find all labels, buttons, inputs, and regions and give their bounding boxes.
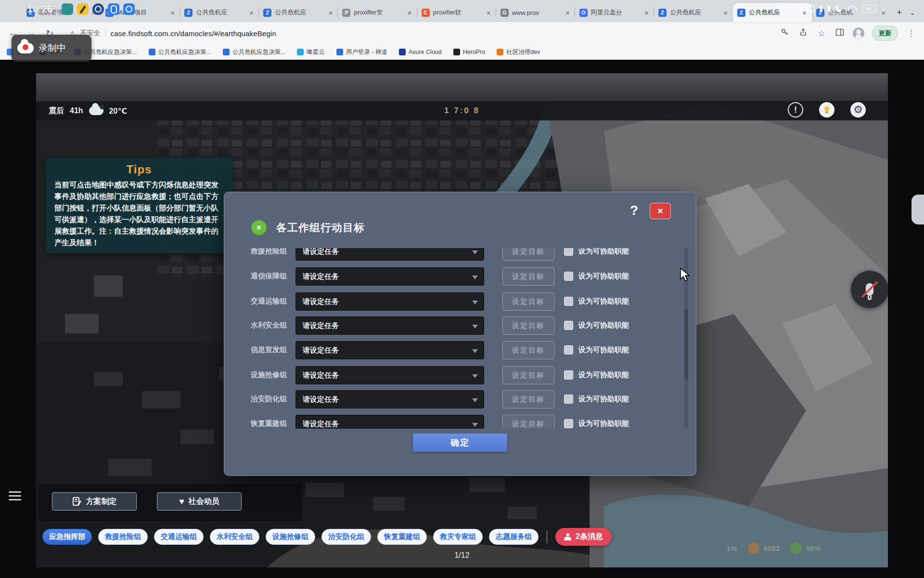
- profile-avatar[interactable]: [853, 27, 864, 39]
- tab-favicon: Z: [263, 9, 271, 17]
- department-pill[interactable]: 志愿服务组: [489, 529, 539, 545]
- tab-close-icon[interactable]: ×: [249, 9, 255, 17]
- department-pill[interactable]: 设施抢修组: [266, 529, 315, 545]
- set-target-button[interactable]: 设定目标: [502, 316, 554, 335]
- set-target-button[interactable]: 设定目标: [502, 267, 554, 286]
- new-tab-button[interactable]: +: [897, 7, 902, 18]
- tab-close-icon[interactable]: ×: [486, 9, 492, 17]
- browser-tab[interactable]: Z 公共危机应 ×: [259, 3, 338, 22]
- task-select[interactable]: 请设定任务: [295, 390, 484, 408]
- department-pill[interactable]: 救援抢险组: [98, 529, 148, 545]
- tab-close-icon[interactable]: ×: [407, 9, 413, 17]
- tab-close-icon[interactable]: ×: [722, 9, 729, 17]
- set-target-button[interactable]: 设定目标: [502, 390, 554, 408]
- tab-close-icon[interactable]: ×: [643, 9, 650, 17]
- bookmark-item[interactable]: 喰星云: [297, 48, 325, 56]
- assist-checkbox[interactable]: [564, 272, 573, 281]
- task-select[interactable]: 请设定任务: [295, 267, 484, 286]
- mobilize-button[interactable]: ♥ 社会动员: [157, 492, 242, 511]
- department-pill[interactable]: 交通运输组: [154, 529, 204, 545]
- tab-search-chevron-icon[interactable]: ⌄: [910, 9, 915, 16]
- recording-badge[interactable]: 录制中: [12, 35, 91, 62]
- browser-toolbar: ← → ↻ ⚠ 不安全 case.findsoft.com.cn/damocle…: [0, 22, 924, 44]
- department-pill[interactable]: 恢复重建组: [377, 529, 427, 545]
- department-bar: 应急指挥部 救援抢险组 交通运输组 水利安全组 设施抢修组 治安防化组 恢复重建…: [42, 528, 612, 546]
- hint-bulb-icon[interactable]: [819, 102, 834, 118]
- key-icon[interactable]: [780, 28, 790, 39]
- workgroup-objectives-modal: ? × × 各工作组行动目标 救援抢险组 请设定任务 设定目标 设为可协助职能 …: [224, 192, 696, 476]
- tab-close-icon[interactable]: ×: [169, 9, 176, 17]
- task-select[interactable]: 请设定任务: [295, 415, 484, 429]
- assist-label: 设为可协助职能: [578, 345, 629, 355]
- department-pill[interactable]: 水利安全组: [210, 529, 259, 545]
- assist-checkbox[interactable]: [564, 370, 573, 380]
- messages-button[interactable]: 2条消息: [555, 528, 612, 546]
- scrollbar-thumb[interactable]: [684, 309, 688, 380]
- edge-handle[interactable]: [911, 195, 924, 224]
- divider: [547, 531, 547, 543]
- workgroup-name: 治安防化组: [251, 394, 287, 404]
- set-target-button[interactable]: 设定目标: [502, 292, 554, 311]
- browser-tab[interactable]: Z 公共危机应 ×: [654, 3, 733, 22]
- address-bar[interactable]: ⚠ 不安全 case.findsoft.com.cn/damocles/#/ea…: [63, 25, 772, 41]
- bookmark-item[interactable]: 公共危机应急决策...: [149, 48, 211, 56]
- plan-button[interactable]: 方案制定: [52, 492, 137, 511]
- assist-label: 设为可协助职能: [578, 419, 629, 428]
- assist-checkbox[interactable]: [564, 419, 573, 428]
- bookmark-favicon: [336, 49, 343, 55]
- task-select[interactable]: 请设定任务: [295, 366, 484, 384]
- browser-tab[interactable]: C proxifier软 ×: [417, 3, 496, 22]
- update-button[interactable]: 更新: [872, 26, 898, 41]
- department-pill[interactable]: 治安防化组: [321, 529, 371, 545]
- assist-checkbox[interactable]: [564, 297, 573, 306]
- split-view-icon[interactable]: [834, 28, 845, 39]
- chevron-down-icon: [472, 325, 478, 328]
- bookmark-favicon: [223, 49, 230, 55]
- task-select[interactable]: 请设定任务: [295, 316, 484, 335]
- set-target-button[interactable]: 设定目标: [502, 341, 554, 359]
- workgroup-row: 信息宣发组 请设定任务 设定目标 设为可协助职能: [251, 341, 687, 359]
- person-icon: [564, 533, 571, 540]
- settings-gear-icon[interactable]: ⚙: [850, 102, 866, 118]
- bookmark-item[interactable]: 用户登录 - 禅道: [336, 48, 387, 56]
- browser-tab[interactable]: Z 公共危机应 ×: [180, 3, 259, 22]
- bookmark-item[interactable]: Axure Cloud: [399, 49, 442, 55]
- bookmark-item[interactable]: HeroPro: [453, 49, 486, 55]
- browser-tab[interactable]: P proxiffer安 ×: [338, 3, 417, 22]
- tab-close-icon[interactable]: ×: [565, 9, 571, 17]
- assist-checkbox[interactable]: [564, 321, 573, 330]
- modal-close-button[interactable]: ×: [650, 203, 671, 219]
- assist-checkbox[interactable]: [564, 248, 573, 256]
- menu-overflow-icon[interactable]: ⋮: [906, 28, 916, 39]
- bookmark-star-icon[interactable]: ☆: [816, 28, 827, 39]
- alert-icon[interactable]: !: [788, 102, 803, 118]
- menu-list-icon[interactable]: [9, 491, 21, 503]
- confirm-button[interactable]: 确定: [413, 434, 507, 452]
- share-icon[interactable]: [798, 28, 808, 39]
- task-select[interactable]: 请设定任务: [295, 341, 484, 359]
- bookmark-item[interactable]: 公共危机应急决策...: [223, 48, 285, 56]
- bookmark-item[interactable]: 社区治理dev: [497, 48, 540, 56]
- pencil-app-icon: [77, 3, 89, 15]
- browser-tab[interactable]: G www.prox ×: [496, 3, 575, 22]
- help-icon[interactable]: ?: [630, 203, 638, 218]
- chevron-down-icon: [472, 301, 478, 304]
- task-select[interactable]: 请设定任务: [295, 248, 484, 261]
- workgroup-list: 救援抢险组 请设定任务 设定目标 设为可协助职能 通信保障组 请设定任务 设定目…: [251, 248, 687, 429]
- department-pill[interactable]: 应急指挥部: [42, 529, 92, 545]
- department-label: 救援抢险组: [105, 532, 141, 541]
- mic-muted-button[interactable]: [851, 271, 888, 308]
- department-pill[interactable]: 救灾专家组: [433, 529, 483, 545]
- set-target-button[interactable]: 设定目标: [502, 415, 554, 429]
- assist-checkbox[interactable]: [564, 394, 573, 404]
- tab-title: proxiffer安: [354, 8, 403, 17]
- browser-tab[interactable]: O 阿里云盘分 ×: [575, 3, 654, 22]
- department-label: 应急指挥部: [49, 532, 85, 541]
- assist-checkbox[interactable]: [564, 345, 573, 355]
- modal-title: 各工作组行动目标: [276, 221, 365, 235]
- tab-close-icon[interactable]: ×: [328, 9, 334, 17]
- set-target-button[interactable]: 设定目标: [502, 366, 554, 384]
- task-select[interactable]: 请设定任务: [295, 292, 484, 311]
- set-target-button[interactable]: 设定目标: [502, 248, 554, 261]
- tab-favicon: G: [500, 9, 509, 17]
